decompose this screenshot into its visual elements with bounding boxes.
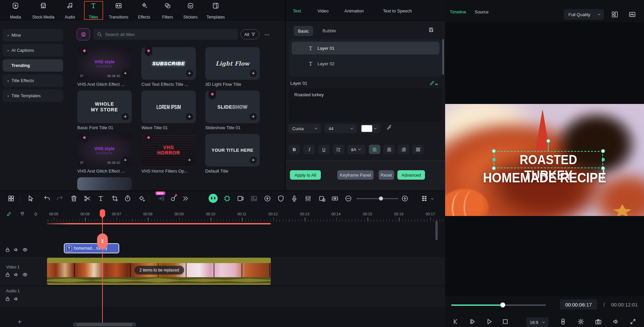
resize-handle-nw[interactable] [492, 149, 496, 153]
add-title-button[interactable]: + [186, 113, 193, 120]
resize-handle-e[interactable] [602, 158, 605, 161]
image-button[interactable] [250, 194, 258, 203]
split-button[interactable] [83, 194, 91, 203]
subtab-bubble[interactable]: Bubble [323, 28, 336, 33]
undo-button[interactable] [43, 194, 51, 203]
add-title-button[interactable]: + [250, 70, 257, 77]
smart-scene-button[interactable] [223, 194, 231, 203]
add-track-button[interactable] [17, 319, 23, 326]
snapshot-button[interactable] [595, 318, 602, 326]
nav-media[interactable]: Media [7, 2, 24, 20]
search-input[interactable]: Search all titles [93, 29, 238, 40]
speed-button[interactable] [124, 194, 132, 203]
add-title-button[interactable]: + [186, 156, 193, 164]
delete-button[interactable] [70, 194, 78, 203]
track-height-button[interactable] [420, 194, 428, 203]
sidebar-item-ai-captions[interactable]: ▸AI Captions [3, 44, 63, 57]
nav-filters[interactable]: Filters [160, 2, 175, 20]
add-title-button[interactable]: + [250, 113, 257, 120]
timeline-zoom-slider[interactable] [356, 198, 398, 199]
font-size-select[interactable]: 44 [325, 124, 357, 133]
add-title-button[interactable]: + [122, 70, 129, 77]
timeline-horizontal-scrollbar[interactable] [73, 323, 136, 326]
video-track-mute-button[interactable] [13, 272, 19, 279]
italic-button[interactable]: I [303, 145, 315, 154]
redo-button[interactable] [56, 194, 64, 203]
keyframe-add-button[interactable] [138, 194, 146, 203]
nav-audio[interactable]: Audio [62, 2, 78, 20]
playhead-line[interactable] [102, 211, 103, 324]
crop-button[interactable] [111, 194, 119, 203]
sidebar-item-title-templates[interactable]: ▸Title Templates [3, 89, 63, 102]
audio-track-lock-button[interactable] [5, 296, 10, 303]
resize-handle-sw[interactable] [492, 166, 496, 170]
more-options-button[interactable] [264, 32, 270, 39]
title-card-cool-text[interactable]: SUBSCRIBE ◆ + Cool Text Effects Title ..… [141, 47, 196, 87]
play-button[interactable] [485, 318, 493, 326]
advanced-button[interactable]: Advanced [397, 170, 425, 180]
previous-frame-button[interactable] [452, 318, 459, 326]
text-selection-box[interactable] [494, 151, 603, 168]
playhead-handle[interactable] [100, 209, 105, 216]
ai-assistant-button[interactable] [209, 194, 218, 203]
font-color-select[interactable] [360, 124, 380, 133]
add-title-button[interactable]: + [250, 156, 257, 164]
add-clip-button[interactable] [237, 194, 245, 203]
link-tool-button[interactable] [6, 211, 12, 218]
video-canvas[interactable]: ROASTED TURKEY HOMEMADE RECIPE [445, 104, 644, 216]
save-preset-button[interactable] [428, 27, 434, 34]
video-clip[interactable]: 2 items to be replaced [47, 258, 271, 285]
zoom-out-button[interactable] [344, 194, 352, 203]
magnet-tool-button[interactable] [19, 211, 25, 218]
inspector-scrollbar[interactable] [442, 39, 444, 75]
keyframe-panel-button[interactable]: Keyframe Panel [337, 170, 374, 180]
reset-button[interactable]: Reset [379, 170, 394, 180]
playback-progress-handle[interactable] [500, 302, 505, 307]
title-card-vhs-horror[interactable]: VHSHORROR ◆ + VHS Horror Filters Op... [141, 134, 196, 174]
text-track-mute-button[interactable] [13, 247, 19, 254]
fullscreen-button[interactable] [629, 318, 637, 326]
tab-video[interactable]: Video [317, 8, 329, 13]
fit-timeline-button[interactable] [331, 194, 339, 203]
quality-select[interactable]: Full Quality [564, 9, 604, 20]
scopes-button[interactable] [629, 11, 636, 19]
voiceover-button[interactable] [290, 194, 298, 203]
store-button[interactable] [77, 28, 90, 40]
nav-templates[interactable]: Templates [204, 2, 228, 20]
text-clip[interactable]: T homemad... turkey [64, 243, 119, 253]
resize-handle-ne[interactable] [601, 149, 605, 153]
audio-mixer-button[interactable] [304, 194, 312, 203]
sidebar-item-trending[interactable]: Trending [3, 59, 63, 72]
playback-settings-button[interactable] [577, 318, 585, 326]
keyframe-tool-button[interactable] [33, 211, 39, 218]
nav-transitions[interactable]: Transitions [105, 2, 132, 20]
add-title-button[interactable]: + [122, 113, 129, 120]
safe-area-button[interactable] [277, 194, 285, 203]
align-left-button[interactable] [369, 145, 380, 154]
sidebar-item-mine[interactable]: ▸Mine [3, 29, 63, 41]
apps-button[interactable] [7, 194, 15, 203]
render-button[interactable] [263, 194, 271, 203]
underline-button[interactable]: U [318, 145, 330, 154]
title-overlay-line2[interactable]: HOMEMADE RECIPE [483, 170, 607, 185]
tab-source-preview[interactable]: Source [475, 9, 488, 14]
letter-spacing-button[interactable] [333, 145, 344, 154]
add-title-button[interactable]: + [186, 70, 193, 77]
title-thumbnail-partial[interactable] [77, 177, 132, 190]
align-justify-button[interactable] [412, 145, 424, 154]
layer-text-input[interactable]: Roasted turkey [289, 88, 442, 122]
aspect-ratio-select[interactable]: 16:9 [526, 317, 549, 327]
nav-effects[interactable]: Effects [136, 2, 153, 20]
sidebar-item-title-effects[interactable]: ▸Title Effects [3, 74, 63, 87]
auto-ripple-button[interactable] [157, 194, 165, 203]
clip-duration-button[interactable] [318, 194, 326, 203]
title-card-wave[interactable]: LOREM IPSIM + Wave Title 01 [141, 90, 196, 130]
text-track-hide-button[interactable] [22, 247, 28, 254]
select-tool-button[interactable] [27, 194, 35, 203]
align-right-button[interactable] [398, 145, 409, 154]
render-preview-button[interactable] [559, 318, 567, 326]
layer-row-02[interactable]: Layer 02 [292, 57, 439, 70]
layer-row-01[interactable]: Layer 01 [292, 42, 439, 54]
title-card-vhs-glitch[interactable]: VHS styleOPENER SP00:00:02 ◆ + VHS And G… [77, 47, 132, 87]
title-card-basic-font[interactable]: WHOLEMY STORE + Basic Font Title 01 [77, 90, 132, 130]
